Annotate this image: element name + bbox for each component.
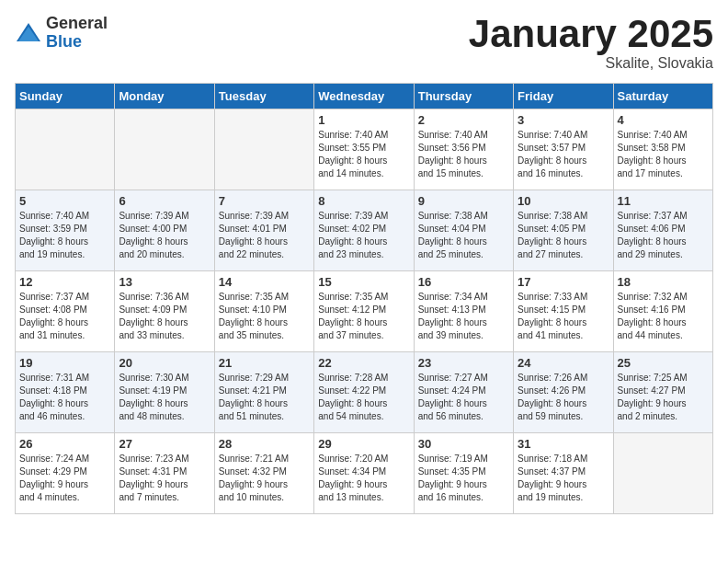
calendar-cell (115, 109, 214, 190)
calendar-cell: 19Sunrise: 7:31 AM Sunset: 4:18 PM Dayli… (16, 352, 115, 433)
calendar-cell: 14Sunrise: 7:35 AM Sunset: 4:10 PM Dayli… (214, 271, 313, 352)
day-number: 15 (318, 275, 409, 289)
day-info: Sunrise: 7:39 AM Sunset: 4:02 PM Dayligh… (318, 210, 409, 261)
day-number: 9 (418, 194, 509, 208)
day-number: 6 (119, 194, 210, 208)
day-info: Sunrise: 7:30 AM Sunset: 4:19 PM Dayligh… (119, 372, 210, 423)
calendar-cell: 6Sunrise: 7:39 AM Sunset: 4:00 PM Daylig… (115, 190, 214, 271)
day-number: 31 (518, 437, 609, 451)
calendar-cell: 2Sunrise: 7:40 AM Sunset: 3:56 PM Daylig… (414, 109, 513, 190)
day-info: Sunrise: 7:38 AM Sunset: 4:05 PM Dayligh… (518, 210, 609, 261)
calendar-cell: 25Sunrise: 7:25 AM Sunset: 4:27 PM Dayli… (613, 352, 712, 433)
column-header-wednesday: Wednesday (314, 84, 414, 109)
title-block: January 2025 Skalite, Slovakia (469, 15, 713, 72)
calendar-cell: 5Sunrise: 7:40 AM Sunset: 3:59 PM Daylig… (16, 190, 115, 271)
calendar-cell: 24Sunrise: 7:26 AM Sunset: 4:26 PM Dayli… (514, 352, 613, 433)
day-info: Sunrise: 7:39 AM Sunset: 4:01 PM Dayligh… (219, 210, 310, 261)
calendar-cell (214, 109, 313, 190)
calendar-cell: 17Sunrise: 7:33 AM Sunset: 4:15 PM Dayli… (514, 271, 613, 352)
day-number: 24 (518, 356, 609, 370)
day-info: Sunrise: 7:36 AM Sunset: 4:09 PM Dayligh… (119, 291, 210, 342)
calendar-cell (16, 109, 115, 190)
page-header: General Blue January 2025 Skalite, Slova… (15, 15, 713, 72)
location-subtitle: Skalite, Slovakia (469, 55, 713, 72)
day-number: 14 (219, 275, 310, 289)
day-info: Sunrise: 7:33 AM Sunset: 4:15 PM Dayligh… (518, 291, 609, 342)
day-number: 2 (418, 113, 509, 127)
day-number: 27 (119, 437, 210, 451)
calendar-cell: 27Sunrise: 7:23 AM Sunset: 4:31 PM Dayli… (115, 433, 214, 514)
day-info: Sunrise: 7:19 AM Sunset: 4:35 PM Dayligh… (418, 453, 509, 504)
calendar-cell: 15Sunrise: 7:35 AM Sunset: 4:12 PM Dayli… (314, 271, 414, 352)
day-info: Sunrise: 7:35 AM Sunset: 4:10 PM Dayligh… (219, 291, 310, 342)
logo-general-text: General (46, 15, 108, 33)
day-info: Sunrise: 7:27 AM Sunset: 4:24 PM Dayligh… (418, 372, 509, 423)
day-info: Sunrise: 7:40 AM Sunset: 3:56 PM Dayligh… (418, 129, 509, 180)
calendar-cell: 23Sunrise: 7:27 AM Sunset: 4:24 PM Dayli… (414, 352, 513, 433)
day-number: 26 (19, 437, 110, 451)
calendar-week-row: 26Sunrise: 7:24 AM Sunset: 4:29 PM Dayli… (16, 433, 713, 514)
calendar-cell: 4Sunrise: 7:40 AM Sunset: 3:58 PM Daylig… (613, 109, 712, 190)
day-info: Sunrise: 7:29 AM Sunset: 4:21 PM Dayligh… (219, 372, 310, 423)
calendar-cell: 9Sunrise: 7:38 AM Sunset: 4:04 PM Daylig… (414, 190, 513, 271)
day-info: Sunrise: 7:21 AM Sunset: 4:32 PM Dayligh… (219, 453, 310, 504)
day-number: 18 (618, 275, 709, 289)
day-info: Sunrise: 7:34 AM Sunset: 4:13 PM Dayligh… (418, 291, 509, 342)
day-info: Sunrise: 7:38 AM Sunset: 4:04 PM Dayligh… (418, 210, 509, 261)
day-number: 25 (618, 356, 709, 370)
day-info: Sunrise: 7:40 AM Sunset: 3:58 PM Dayligh… (618, 129, 709, 180)
logo-icon (15, 19, 42, 47)
day-number: 3 (518, 113, 609, 127)
day-number: 22 (318, 356, 409, 370)
day-number: 11 (618, 194, 709, 208)
calendar-cell: 7Sunrise: 7:39 AM Sunset: 4:01 PM Daylig… (214, 190, 313, 271)
day-number: 23 (418, 356, 509, 370)
day-number: 28 (219, 437, 310, 451)
day-number: 1 (318, 113, 409, 127)
calendar-table: SundayMondayTuesdayWednesdayThursdayFrid… (15, 83, 713, 514)
day-number: 10 (518, 194, 609, 208)
calendar-week-row: 12Sunrise: 7:37 AM Sunset: 4:08 PM Dayli… (16, 271, 713, 352)
calendar-cell (613, 433, 712, 514)
day-info: Sunrise: 7:28 AM Sunset: 4:22 PM Dayligh… (318, 372, 409, 423)
day-info: Sunrise: 7:23 AM Sunset: 4:31 PM Dayligh… (119, 453, 210, 504)
calendar-cell: 8Sunrise: 7:39 AM Sunset: 4:02 PM Daylig… (314, 190, 414, 271)
day-info: Sunrise: 7:32 AM Sunset: 4:16 PM Dayligh… (618, 291, 709, 342)
day-info: Sunrise: 7:40 AM Sunset: 3:55 PM Dayligh… (318, 129, 409, 180)
calendar-cell: 31Sunrise: 7:18 AM Sunset: 4:37 PM Dayli… (514, 433, 613, 514)
day-number: 12 (19, 275, 110, 289)
calendar-cell: 16Sunrise: 7:34 AM Sunset: 4:13 PM Dayli… (414, 271, 513, 352)
day-number: 4 (618, 113, 709, 127)
calendar-cell: 21Sunrise: 7:29 AM Sunset: 4:21 PM Dayli… (214, 352, 313, 433)
day-number: 29 (318, 437, 409, 451)
day-info: Sunrise: 7:39 AM Sunset: 4:00 PM Dayligh… (119, 210, 210, 261)
calendar-cell: 3Sunrise: 7:40 AM Sunset: 3:57 PM Daylig… (514, 109, 613, 190)
day-number: 5 (19, 194, 110, 208)
calendar-cell: 18Sunrise: 7:32 AM Sunset: 4:16 PM Dayli… (613, 271, 712, 352)
column-header-tuesday: Tuesday (214, 84, 313, 109)
calendar-week-row: 5Sunrise: 7:40 AM Sunset: 3:59 PM Daylig… (16, 190, 713, 271)
day-number: 7 (219, 194, 310, 208)
calendar-cell: 12Sunrise: 7:37 AM Sunset: 4:08 PM Dayli… (16, 271, 115, 352)
column-header-monday: Monday (115, 84, 214, 109)
day-info: Sunrise: 7:31 AM Sunset: 4:18 PM Dayligh… (19, 372, 110, 423)
column-header-thursday: Thursday (414, 84, 513, 109)
day-info: Sunrise: 7:24 AM Sunset: 4:29 PM Dayligh… (19, 453, 110, 504)
calendar-week-row: 1Sunrise: 7:40 AM Sunset: 3:55 PM Daylig… (16, 109, 713, 190)
day-number: 20 (119, 356, 210, 370)
logo-text: General Blue (46, 15, 108, 52)
column-header-friday: Friday (514, 84, 613, 109)
calendar-cell: 1Sunrise: 7:40 AM Sunset: 3:55 PM Daylig… (314, 109, 414, 190)
calendar-cell: 11Sunrise: 7:37 AM Sunset: 4:06 PM Dayli… (613, 190, 712, 271)
day-info: Sunrise: 7:26 AM Sunset: 4:26 PM Dayligh… (518, 372, 609, 423)
calendar-cell: 30Sunrise: 7:19 AM Sunset: 4:35 PM Dayli… (414, 433, 513, 514)
month-year-title: January 2025 (469, 15, 713, 53)
calendar-cell: 26Sunrise: 7:24 AM Sunset: 4:29 PM Dayli… (16, 433, 115, 514)
day-info: Sunrise: 7:40 AM Sunset: 3:59 PM Dayligh… (19, 210, 110, 261)
calendar-cell: 20Sunrise: 7:30 AM Sunset: 4:19 PM Dayli… (115, 352, 214, 433)
day-number: 13 (119, 275, 210, 289)
day-info: Sunrise: 7:18 AM Sunset: 4:37 PM Dayligh… (518, 453, 609, 504)
day-info: Sunrise: 7:37 AM Sunset: 4:06 PM Dayligh… (618, 210, 709, 261)
day-info: Sunrise: 7:40 AM Sunset: 3:57 PM Dayligh… (518, 129, 609, 180)
day-number: 21 (219, 356, 310, 370)
